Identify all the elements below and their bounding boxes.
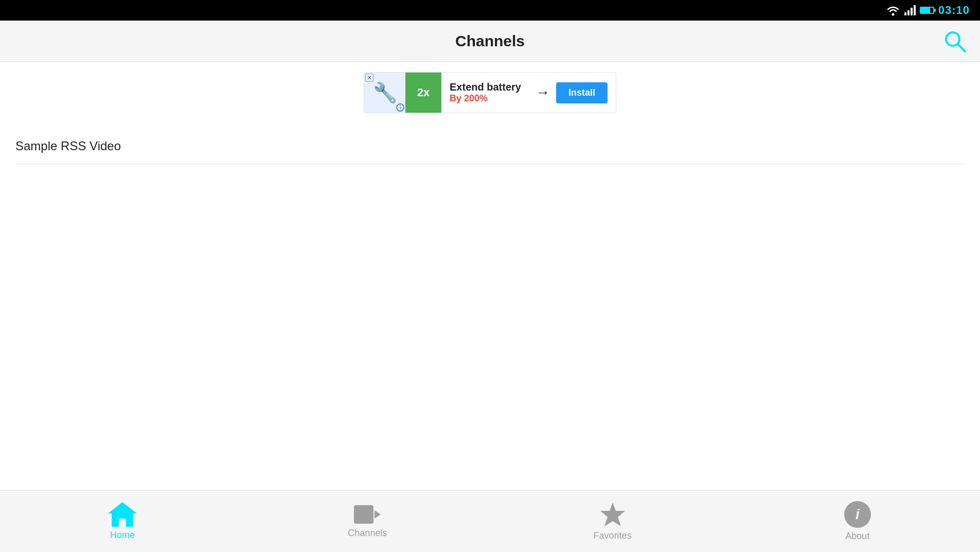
status-time: 03:10 — [938, 4, 970, 17]
svg-marker-9 — [600, 503, 625, 526]
nav-label-home: Home — [110, 530, 135, 541]
ad-install-button[interactable]: Install — [556, 82, 608, 103]
svg-rect-1 — [904, 12, 906, 15]
app-bar: Channels — [0, 21, 980, 62]
ad-text: Extend battery By 200% — [441, 77, 529, 108]
svg-rect-4 — [914, 5, 916, 15]
ad-content[interactable]: 🔧 ✕ i 2x Extend battery By 200% → Instal… — [364, 72, 616, 113]
nav-item-home[interactable]: Home — [0, 491, 245, 552]
svg-line-6 — [958, 44, 965, 51]
svg-rect-2 — [907, 10, 910, 15]
about-icon: i — [844, 501, 871, 528]
wifi-icon — [886, 5, 900, 16]
nav-label-favorites: Favorites — [594, 530, 632, 541]
home-icon — [109, 502, 136, 527]
svg-rect-3 — [911, 8, 913, 15]
ad-info-button[interactable]: i — [396, 103, 404, 112]
ad-subtitle: By 200% — [450, 93, 521, 104]
ad-badge: 2x — [405, 73, 441, 113]
search-button[interactable] — [942, 28, 968, 54]
favorites-icon — [599, 502, 626, 527]
bottom-nav: Home Channels Favorites i About — [0, 490, 980, 552]
nav-item-channels[interactable]: Channels — [245, 491, 490, 552]
ad-banner[interactable]: 🔧 ✕ i 2x Extend battery By 200% → Instal… — [0, 62, 980, 118]
nav-item-about[interactable]: i About — [735, 491, 980, 552]
nav-label-about: About — [845, 531, 869, 542]
status-bar: 03:10 — [0, 0, 980, 21]
svg-point-0 — [892, 13, 894, 16]
signal-icon — [904, 5, 916, 15]
ad-icon-area: 🔧 ✕ i — [364, 73, 405, 113]
ad-app-icon: 🔧 — [373, 81, 397, 104]
status-icons: 03:10 — [886, 4, 970, 17]
nav-item-favorites[interactable]: Favorites — [490, 491, 735, 552]
channels-icon — [353, 504, 382, 525]
battery-icon — [920, 7, 934, 14]
page-title: Channels — [455, 32, 525, 50]
svg-marker-8 — [375, 510, 381, 519]
list-item[interactable]: Sample RSS Video — [15, 129, 965, 164]
ad-title: Extend battery — [450, 81, 521, 93]
ad-close-button[interactable]: ✕ — [365, 74, 373, 82]
channel-list: Sample RSS Video — [0, 118, 980, 490]
ad-arrow: → — [529, 84, 556, 101]
nav-label-channels: Channels — [348, 528, 387, 539]
channel-name: Sample RSS Video — [15, 139, 121, 153]
svg-rect-7 — [354, 505, 373, 524]
